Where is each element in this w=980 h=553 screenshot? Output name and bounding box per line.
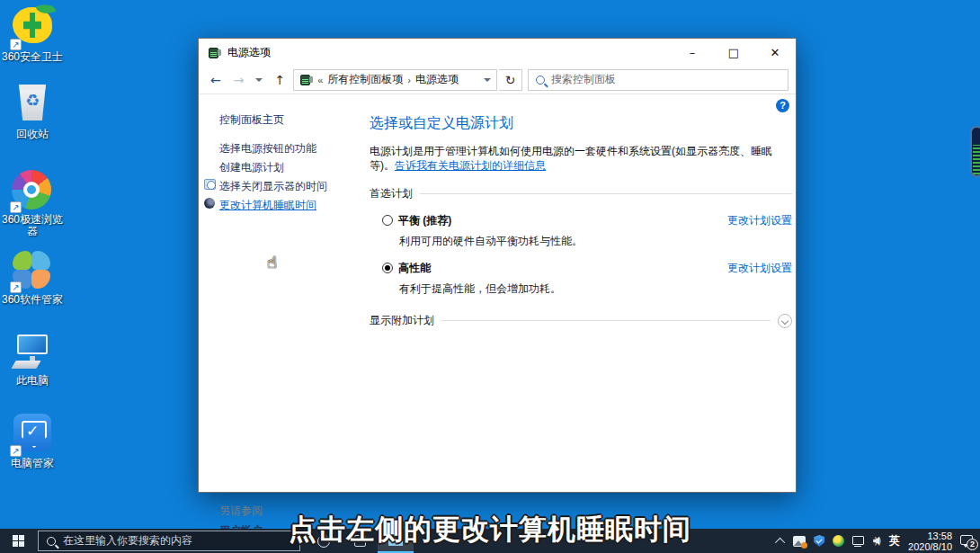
page-description: 电源计划是用于管理计算机如何使用电源的一套硬件和系统设置(如显示器亮度、睡眠等)…	[370, 144, 789, 173]
breadcrumb-chevrons[interactable]: «	[317, 75, 323, 85]
shortcut-arrow-icon: ↗	[10, 201, 22, 213]
maximize-button[interactable]: □	[713, 39, 754, 66]
change-plan-settings-link-balanced[interactable]: 更改计划设置	[727, 213, 792, 228]
change-plan-settings-link-high-performance[interactable]: 更改计划设置	[727, 261, 792, 276]
desktop-icon-label: 360极速浏览 器	[0, 214, 65, 237]
desktop-icon-label: 电脑管家	[0, 458, 65, 469]
control-panel-search-input[interactable]: 搜索控制面板	[528, 69, 788, 91]
power-options-window: 电源选项 – □ ✕ ← → ↑ « 所有控制面板项 › 电源选项 ↻ 搜索控制…	[198, 38, 797, 493]
window-title: 电源选项	[227, 45, 672, 60]
display-clock-icon	[204, 179, 216, 190]
volume-level-indicator	[970, 126, 980, 177]
main-content: 选择或自定义电源计划 电源计划是用于管理计算机如何使用电源的一套硬件和系统设置(…	[370, 94, 792, 492]
section-divider	[420, 193, 792, 194]
plan-description: 利用可用的硬件自动平衡功耗与性能。	[399, 234, 792, 249]
this-pc-monitor-icon	[12, 331, 53, 372]
sidebar-item-display-off-time[interactable]: 选择关闭显示器的时间	[219, 179, 327, 194]
breadcrumb-power-options[interactable]: 电源选项	[415, 72, 459, 87]
hand-pointer-cursor: ☝	[267, 253, 277, 272]
additional-plans-section-header: 显示附加计划	[370, 313, 792, 328]
breadcrumb-separator: ›	[407, 75, 411, 85]
navigation-bar: ← → ↑ « 所有控制面板项 › 电源选项 ↻ 搜索控制面板	[199, 66, 796, 94]
plan-row-high-performance: 高性能 更改计划设置	[370, 261, 792, 276]
plan-label[interactable]: 平衡 (推荐)	[398, 213, 451, 228]
recent-pages-dropdown-icon[interactable]	[255, 78, 263, 82]
breadcrumb-all-control-panel-items[interactable]: 所有控制面板项	[327, 72, 403, 87]
sidebar-item-create-power-plan[interactable]: 创建电源计划	[219, 160, 284, 175]
minimize-button[interactable]: –	[672, 39, 713, 66]
forward-button: →	[227, 73, 251, 87]
shortcut-arrow-icon: ↗	[10, 281, 22, 293]
window-titlebar[interactable]: 电源选项 – □ ✕	[199, 39, 796, 66]
desktop-icon-label: 360软件管家	[0, 294, 65, 306]
refresh-button[interactable]: ↻	[499, 69, 522, 91]
search-icon	[536, 76, 545, 85]
window-body: ? 控制面板主页 选择电源按钮的功能 创建电源计划 选择关闭显示器的时间 更改计…	[199, 94, 796, 492]
sidebar-item-power-button-function[interactable]: 选择电源按钮的功能	[219, 141, 316, 156]
sleep-moon-icon	[204, 198, 215, 209]
desktop-icon-360-software[interactable]: ↗ 360软件管家	[0, 250, 65, 306]
desktop-icon-label: 此电脑	[0, 375, 65, 387]
balanced-radio-button[interactable]	[382, 215, 393, 226]
plan-description: 有利于提高性能，但会增加功耗。	[399, 281, 792, 297]
desktop-icon-pc-manager[interactable]: ↗ 电脑管家	[0, 412, 65, 469]
desktop-icon-recycle-bin[interactable]: ♻ 回收站	[0, 83, 65, 140]
close-button[interactable]: ✕	[754, 39, 796, 66]
address-bar[interactable]: « 所有控制面板项 › 电源选项	[293, 69, 497, 91]
expand-additional-plans-icon[interactable]	[778, 314, 792, 328]
tell-me-more-link[interactable]: 告诉我有关电源计划的详细信息	[395, 159, 546, 172]
desktop-icon-label: 回收站	[0, 129, 65, 140]
desktop-icon-this-pc[interactable]: 此电脑	[0, 331, 65, 387]
tutorial-subtitle: 点击左侧的更改计算机睡眠时间	[0, 511, 980, 549]
shortcut-arrow-icon: ↗	[10, 445, 22, 457]
sidebar-item-control-panel-home[interactable]: 控制面板主页	[219, 112, 284, 128]
desktop-icon-360-browser[interactable]: ↗ 360极速浏览 器	[0, 170, 65, 237]
plan-row-balanced: 平衡 (推荐) 更改计划设置	[370, 213, 792, 228]
preferred-plans-section-header: 首选计划	[370, 186, 792, 201]
high-performance-radio-button[interactable]	[382, 263, 393, 273]
power-options-icon	[299, 73, 313, 86]
page-title: 选择或自定义电源计划	[370, 114, 792, 133]
power-options-icon	[208, 46, 221, 59]
up-button[interactable]: ↑	[268, 73, 291, 87]
back-button[interactable]: ←	[204, 73, 227, 87]
desktop-icon-label: 360安全卫士	[0, 51, 65, 63]
sidebar: 控制面板主页 选择电源按钮的功能 创建电源计划 选择关闭显示器的时间 更改计算机…	[199, 94, 365, 492]
shortcut-arrow-icon: ↗	[10, 39, 22, 50]
recycle-bin-icon: ♻	[17, 85, 48, 120]
volume-level-fill	[973, 145, 980, 174]
plan-label[interactable]: 高性能	[398, 261, 431, 276]
search-placeholder: 搜索控制面板	[551, 72, 616, 87]
360-safety-shield-icon	[13, 7, 52, 43]
section-divider	[441, 320, 771, 321]
desktop-icon-360-safety[interactable]: ↗ 360安全卫士	[0, 5, 65, 63]
sidebar-item-change-sleep-time[interactable]: 更改计算机睡眠时间	[219, 198, 316, 213]
address-dropdown-icon[interactable]	[484, 78, 491, 82]
